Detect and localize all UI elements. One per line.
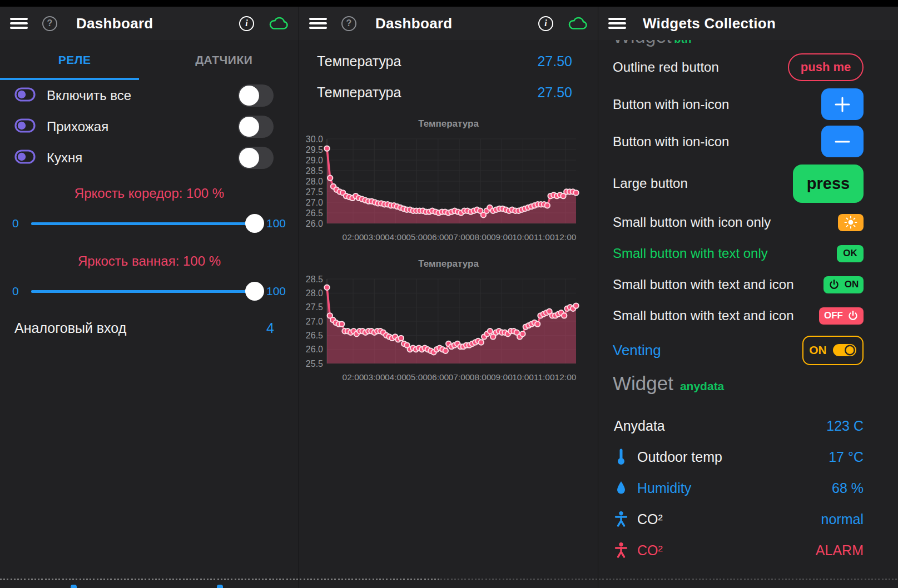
menu-icon[interactable] — [309, 17, 327, 30]
brightness-button[interactable] — [838, 214, 864, 231]
on-button[interactable]: ON — [823, 276, 864, 293]
row-label: Button with ion-icon — [613, 97, 729, 112]
clipped-section-heading: Widget btn — [598, 40, 898, 49]
ok-button[interactable]: OK — [837, 245, 864, 262]
bottom-bar-icon-sliver — [217, 585, 223, 588]
tab-relays[interactable]: РЕЛЕ — [0, 40, 150, 80]
page-indicator-divider — [0, 579, 440, 580]
add-button[interactable] — [821, 88, 864, 120]
switch-label: Кухня — [47, 150, 238, 166]
svg-text:12:00: 12:00 — [555, 372, 577, 382]
tab-sensors[interactable]: ДАТЧИКИ — [150, 40, 299, 80]
row-value: ALARM — [816, 542, 864, 559]
press-button[interactable]: press — [793, 165, 864, 203]
slider-corridor: 0 100 — [0, 206, 299, 241]
slider-knob[interactable] — [245, 282, 264, 301]
button-label: ON — [845, 279, 859, 290]
menu-icon[interactable] — [608, 17, 626, 30]
appbar-right: Widgets Collection — [598, 7, 898, 40]
svg-text:03:00: 03:00 — [364, 372, 385, 382]
svg-text:28.5: 28.5 — [306, 275, 323, 284]
svg-text:09:00: 09:00 — [491, 232, 513, 242]
slider-max-label: 100 — [266, 285, 291, 298]
row-label: Outline red button — [613, 59, 719, 75]
switch-row-kitchen: Кухня — [0, 142, 299, 173]
chart-title: Температура — [299, 116, 598, 132]
svg-text:28.5: 28.5 — [306, 166, 323, 176]
toggle-icon — [832, 343, 857, 357]
switch-label: Включить все — [47, 88, 238, 103]
svg-text:28.0: 28.0 — [306, 177, 323, 186]
slider-title-corridor: Яркость коредор: 100 % — [0, 181, 299, 206]
svg-text:28.0: 28.0 — [306, 288, 323, 298]
section-title: Widget — [613, 372, 673, 395]
menu-icon[interactable] — [10, 17, 28, 30]
svg-text:26.5: 26.5 — [306, 331, 323, 340]
row-label: Small button with text and icon — [613, 277, 794, 292]
svg-text:26.0: 26.0 — [306, 345, 323, 354]
water-drop-icon — [614, 480, 628, 496]
analog-input-row: Аналоговый вход 4 — [0, 313, 299, 342]
data-row-co2-normal: CO² normal — [598, 504, 898, 535]
remove-button[interactable] — [821, 126, 864, 157]
widget-row-ion-remove: Button with ion-icon — [598, 123, 898, 160]
row-label: Venting — [613, 342, 661, 359]
widget-row-text-only: Small button with text only OK — [598, 238, 898, 269]
section-tag: anydata — [680, 380, 724, 393]
svg-text:25.5: 25.5 — [306, 359, 323, 368]
svg-text:04:00: 04:00 — [385, 232, 406, 242]
switch-control-kitchen[interactable] — [238, 147, 274, 169]
status-bar — [0, 0, 898, 7]
svg-text:11:00: 11:00 — [534, 232, 555, 242]
toggle-icon — [14, 87, 36, 104]
slider-track[interactable] — [31, 212, 262, 235]
temperature-chart-1: 30.029.529.028.528.027.527.026.526.002:0… — [301, 132, 584, 248]
switch-row-hallway: Прихожая — [0, 111, 299, 142]
row-label: Small button with text only — [613, 246, 768, 261]
svg-text:29.5: 29.5 — [306, 145, 323, 155]
help-icon[interactable]: ? — [341, 16, 356, 31]
temperature-chart-2: 28.528.027.527.026.526.025.502:0003:0004… — [301, 272, 584, 388]
slider-max-label: 100 — [266, 217, 291, 230]
appbar-middle: ? Dashboard i — [299, 7, 598, 40]
venting-toggle-button[interactable]: ON — [802, 336, 864, 365]
help-icon[interactable]: ? — [42, 16, 57, 31]
row-value: 123 C — [826, 418, 864, 434]
remove-icon — [833, 132, 852, 151]
power-icon — [828, 279, 840, 290]
switch-label: Прихожая — [47, 119, 238, 134]
row-label: Large button — [613, 176, 688, 191]
switch-control-hallway[interactable] — [238, 116, 274, 138]
info-icon[interactable]: i — [239, 16, 254, 31]
thermometer-icon — [614, 449, 628, 465]
page-title: Dashboard — [76, 15, 153, 32]
widget-row-text-icon-on: Small button with text and icon ON — [598, 269, 898, 300]
row-value: normal — [821, 511, 864, 527]
reading-label: Температура — [317, 53, 537, 69]
slider-track[interactable] — [31, 280, 262, 302]
switch-control-all[interactable] — [238, 84, 274, 107]
data-row-anydata: Anydata 123 C — [598, 410, 898, 441]
row-label: CO² — [637, 542, 816, 559]
info-icon[interactable]: i — [538, 16, 553, 31]
row-label: Anydata — [614, 418, 826, 434]
temperature-row: Температура 27.50 — [299, 77, 598, 108]
page-title: Dashboard — [375, 15, 453, 32]
slider-bathroom: 0 100 — [0, 273, 299, 309]
tab-bar: РЕЛЕ ДАТЧИКИ — [0, 40, 299, 80]
slider-title-bathroom: Яркость ванная: 100 % — [0, 249, 299, 273]
svg-text:27.0: 27.0 — [306, 198, 323, 207]
off-button[interactable]: OFF — [819, 307, 864, 325]
slider-knob[interactable] — [245, 214, 264, 233]
svg-text:08:00: 08:00 — [470, 372, 492, 382]
toggle-icon — [14, 150, 36, 166]
slider-min-label: 0 — [12, 217, 31, 230]
svg-text:12:00: 12:00 — [555, 232, 577, 242]
app-screen: ? Dashboard i РЕЛЕ ДАТЧИКИ Включить все … — [0, 0, 898, 588]
widget-row-icon-only: Small button with icon only — [598, 207, 898, 238]
button-label: ON — [809, 343, 827, 357]
svg-text:10:00: 10:00 — [512, 372, 534, 382]
push-me-button[interactable]: push me — [788, 53, 864, 81]
section-heading-anydata: Widget anydata — [598, 369, 898, 410]
svg-text:02:00: 02:00 — [343, 372, 364, 382]
